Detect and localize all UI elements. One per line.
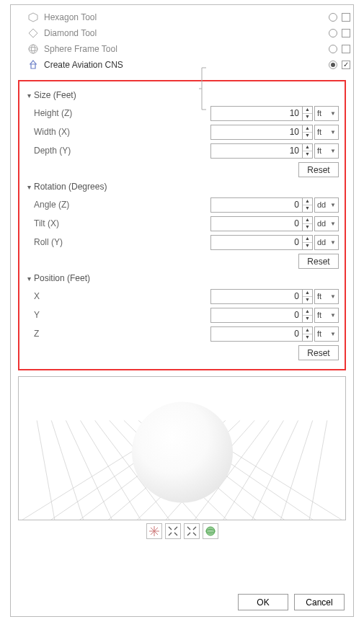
svg-line-23 (81, 420, 143, 520)
preview-globe-button[interactable] (203, 523, 218, 539)
arrow-up-icon: ▲ (303, 198, 312, 205)
chevron-down-icon: ▾ (25, 183, 32, 191)
rotation-heading[interactable]: ▾ Rotation (Degrees) (25, 182, 339, 192)
width-input[interactable] (210, 125, 303, 140)
angle-input[interactable] (210, 197, 303, 213)
spinner[interactable]: ▲▼ (303, 216, 313, 231)
spinner[interactable]: ▲▼ (303, 106, 313, 121)
rotation-reset-button[interactable]: Reset (298, 254, 339, 269)
checkbox[interactable] (342, 29, 350, 37)
field-label: X (34, 291, 99, 301)
hexagon-icon (27, 11, 40, 24)
chevron-down-icon: ▾ (25, 275, 32, 283)
svg-point-3 (29, 48, 37, 51)
tool-aviation-cns[interactable]: Create Aviation CNS (11, 57, 353, 73)
preview-fit-button[interactable] (165, 523, 181, 539)
spinner[interactable]: ▲▼ (303, 197, 313, 213)
chevron-down-icon: ▼ (330, 202, 336, 208)
spinner[interactable]: ▲▼ (303, 143, 313, 159)
position-reset-button[interactable]: Reset (298, 345, 339, 360)
size-reset-button[interactable]: Reset (298, 162, 339, 177)
checkbox[interactable] (342, 61, 350, 69)
cancel-button[interactable]: Cancel (294, 594, 345, 610)
arrow-down-icon: ▼ (303, 151, 312, 158)
section-title: Size (Feet) (34, 90, 76, 100)
svg-line-12 (222, 420, 284, 520)
unit-select[interactable]: ft▼ (314, 125, 339, 140)
properties-panel: ▾ Size (Feet) Height (Z) ▲▼ ft▼ Width (X… (18, 80, 346, 370)
preview-expand-button[interactable] (184, 523, 200, 539)
svg-point-2 (29, 45, 37, 53)
field-label: Roll (Y) (34, 237, 99, 247)
chevron-down-icon: ▼ (330, 110, 336, 117)
arrow-down-icon: ▼ (303, 114, 312, 120)
ok-button[interactable]: OK (238, 594, 288, 610)
radio[interactable] (329, 13, 337, 22)
spinner[interactable]: ▲▼ (303, 308, 313, 323)
tilt-input[interactable] (210, 216, 303, 231)
rotation-angle-row: Angle (Z) ▲▼ dd▼ (34, 196, 339, 213)
arrow-up-icon: ▲ (303, 217, 312, 224)
section-title: Position (Feet) (34, 273, 90, 283)
field-label: Z (34, 329, 99, 339)
arrow-up-icon: ▲ (303, 144, 312, 151)
svg-point-4 (32, 45, 35, 53)
link-bracket-icon[interactable] (199, 88, 208, 138)
tool-list: Hexagon Tool Diamond Tool Sphere Frame T… (11, 5, 353, 77)
unit-select[interactable]: ft▼ (314, 289, 339, 304)
arrow-up-icon: ▲ (303, 125, 312, 133)
chevron-down-icon: ▾ (25, 92, 32, 99)
checkbox[interactable] (342, 45, 350, 53)
dialog-footer: OK Cancel (11, 592, 353, 610)
unit-select[interactable]: ft▼ (314, 106, 339, 121)
svg-marker-1 (29, 29, 37, 37)
unit-select[interactable]: ft▼ (314, 143, 339, 159)
spinner[interactable]: ▲▼ (303, 326, 313, 342)
tool-label: Hexagon Tool (44, 12, 329, 22)
checkbox[interactable] (342, 13, 350, 22)
spinner[interactable]: ▲▼ (303, 125, 313, 140)
preview-toolbar (11, 523, 353, 539)
roll-input[interactable] (210, 235, 303, 250)
radio[interactable] (329, 45, 337, 53)
tool-label: Diamond Tool (44, 28, 329, 38)
position-x-row: X ▲▼ ft▼ (34, 288, 339, 305)
radio[interactable] (329, 61, 337, 69)
position-z-input[interactable] (210, 326, 303, 342)
preview-3d[interactable] (18, 376, 346, 520)
chevron-down-icon: ▼ (330, 129, 336, 135)
position-y-input[interactable] (210, 308, 303, 323)
arrow-up-icon: ▲ (303, 236, 312, 243)
arrow-up-icon: ▲ (303, 308, 312, 316)
field-label: Height (Z) (34, 108, 99, 118)
position-z-row: Z ▲▼ ft▼ (34, 325, 339, 342)
spinner[interactable]: ▲▼ (303, 235, 313, 250)
size-depth-row: Depth (Y) ▲▼ ft▼ (34, 142, 339, 159)
field-label: Width (X) (34, 127, 99, 137)
position-heading[interactable]: ▾ Position (Feet) (25, 273, 339, 283)
aviation-cns-icon (27, 58, 40, 71)
unit-select[interactable]: dd▼ (314, 216, 339, 231)
arrow-down-icon: ▼ (303, 224, 312, 231)
arrow-down-icon: ▼ (303, 243, 312, 249)
unit-select[interactable]: dd▼ (314, 235, 339, 250)
preview-grid-button[interactable] (146, 523, 162, 539)
tool-hexagon[interactable]: Hexagon Tool (11, 9, 353, 25)
height-input[interactable] (210, 106, 303, 121)
arrow-up-icon: ▲ (303, 290, 312, 297)
rotation-roll-row: Roll (Y) ▲▼ dd▼ (34, 234, 339, 251)
tool-diamond[interactable]: Diamond Tool (11, 25, 353, 41)
depth-input[interactable] (210, 143, 303, 159)
chevron-down-icon: ▼ (330, 221, 336, 227)
size-heading[interactable]: ▾ Size (Feet) (25, 90, 339, 100)
unit-select[interactable]: dd▼ (314, 197, 339, 213)
unit-select[interactable]: ft▼ (314, 308, 339, 323)
radio[interactable] (329, 29, 337, 37)
tool-label: Create Aviation CNS (44, 60, 329, 70)
spinner[interactable]: ▲▼ (303, 289, 313, 304)
position-x-input[interactable] (210, 289, 303, 304)
tool-sphere-frame[interactable]: Sphere Frame Tool (11, 41, 353, 57)
svg-line-14 (280, 420, 312, 520)
size-height-row: Height (Z) ▲▼ ft▼ (34, 104, 339, 122)
unit-select[interactable]: ft▼ (314, 326, 339, 342)
